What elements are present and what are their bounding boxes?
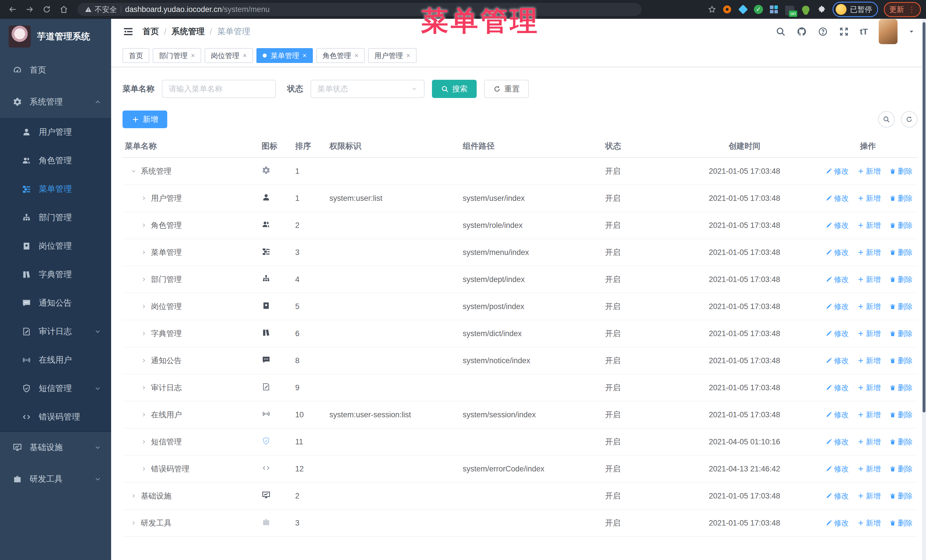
edit-link[interactable]: 修改 xyxy=(825,491,849,501)
add-child-link[interactable]: 新增 xyxy=(857,193,881,203)
expand-arrow-icon[interactable] xyxy=(141,303,147,309)
hamburger-icon[interactable] xyxy=(123,26,134,37)
edit-link[interactable]: 修改 xyxy=(825,464,849,474)
expand-arrow-icon[interactable] xyxy=(141,466,147,472)
edit-link[interactable]: 修改 xyxy=(825,248,849,258)
add-child-link[interactable]: 新增 xyxy=(857,464,881,474)
sidebar-item-4[interactable]: 菜单管理 xyxy=(0,175,111,203)
expand-arrow-icon[interactable] xyxy=(141,195,147,201)
help-icon[interactable] xyxy=(818,27,828,37)
expand-arrow-icon[interactable] xyxy=(141,222,147,228)
add-child-link[interactable]: 新增 xyxy=(857,166,881,176)
expand-arrow-icon[interactable] xyxy=(141,412,147,418)
delete-link[interactable]: 删除 xyxy=(889,166,912,176)
edit-link[interactable]: 修改 xyxy=(825,437,849,447)
delete-link[interactable]: 删除 xyxy=(889,275,912,285)
expand-arrow-icon[interactable] xyxy=(130,493,137,499)
ext-check-icon[interactable]: ✓ xyxy=(754,5,763,14)
expand-arrow-icon[interactable] xyxy=(141,249,147,255)
add-child-link[interactable]: 新增 xyxy=(857,248,881,258)
expand-arrow-icon[interactable] xyxy=(130,168,137,174)
delete-link[interactable]: 删除 xyxy=(889,410,912,420)
add-child-link[interactable]: 新增 xyxy=(857,383,881,393)
delete-link[interactable]: 删除 xyxy=(889,329,912,339)
ext-grid-icon[interactable] xyxy=(769,4,779,15)
expand-arrow-icon[interactable] xyxy=(141,331,147,337)
add-child-link[interactable]: 新增 xyxy=(857,410,881,420)
refresh-table-button[interactable] xyxy=(901,111,917,128)
chevron-down-icon[interactable] xyxy=(908,29,915,35)
expand-arrow-icon[interactable] xyxy=(130,520,137,526)
sidebar-item-0[interactable]: 首页 xyxy=(0,54,111,86)
sidebar-item-5[interactable]: 部门管理 xyxy=(0,203,111,232)
status-select[interactable]: 菜单状态 xyxy=(310,80,425,98)
delete-link[interactable]: 删除 xyxy=(889,491,912,501)
bookmark-star-icon[interactable] xyxy=(708,5,716,14)
expand-arrow-icon[interactable] xyxy=(141,385,147,391)
delete-link[interactable]: 删除 xyxy=(889,302,912,312)
reset-button[interactable]: 重置 xyxy=(484,80,529,98)
close-icon[interactable]: × xyxy=(243,51,247,60)
sidebar-item-11[interactable]: 短信管理 xyxy=(0,374,111,403)
github-icon[interactable] xyxy=(797,27,807,37)
scrollbar[interactable] xyxy=(922,19,926,560)
sidebar-item-10[interactable]: 在线用户 xyxy=(0,346,111,374)
edit-link[interactable]: 修改 xyxy=(825,329,849,339)
sidebar-item-8[interactable]: 通知公告 xyxy=(0,289,111,317)
expand-arrow-icon[interactable] xyxy=(141,276,147,282)
expand-arrow-icon[interactable] xyxy=(141,358,147,364)
edit-link[interactable]: 修改 xyxy=(825,166,849,176)
address-bar[interactable]: 不安全 dashboard.yudao.iocoder.cn/system/me… xyxy=(77,3,642,16)
reload-icon[interactable] xyxy=(39,2,54,17)
sidebar-item-7[interactable]: 字典管理 xyxy=(0,260,111,289)
user-avatar[interactable] xyxy=(879,19,897,44)
toggle-search-button[interactable] xyxy=(878,111,895,128)
expand-arrow-icon[interactable] xyxy=(141,439,147,445)
add-child-link[interactable]: 新增 xyxy=(857,302,881,312)
delete-link[interactable]: 删除 xyxy=(889,356,912,366)
sidebar-item-14[interactable]: 研发工具 xyxy=(0,463,111,495)
close-icon[interactable]: × xyxy=(354,51,359,60)
add-child-link[interactable]: 新增 xyxy=(857,275,881,285)
breadcrumb-home[interactable]: 首页 xyxy=(142,26,159,37)
ext-gem-icon[interactable] xyxy=(738,4,748,15)
edit-link[interactable]: 修改 xyxy=(825,356,849,366)
ext-orange-icon[interactable] xyxy=(722,4,732,15)
tag-tab-3[interactable]: 菜单管理 × xyxy=(256,48,313,63)
edit-link[interactable]: 修改 xyxy=(825,193,849,203)
sidebar-item-12[interactable]: 错误码管理 xyxy=(0,403,111,431)
add-child-link[interactable]: 新增 xyxy=(857,329,881,339)
add-child-link[interactable]: 新增 xyxy=(857,437,881,447)
sidebar-item-1[interactable]: 系统管理 xyxy=(0,86,111,118)
tag-tab-1[interactable]: 部门管理 × xyxy=(153,48,201,63)
delete-link[interactable]: 删除 xyxy=(889,464,912,474)
ext-server-icon[interactable]: on xyxy=(785,4,795,15)
delete-link[interactable]: 删除 xyxy=(889,193,912,203)
sidebar-item-9[interactable]: 审计日志 xyxy=(0,317,111,346)
sidebar-item-3[interactable]: 角色管理 xyxy=(0,146,111,175)
close-icon[interactable]: × xyxy=(191,51,195,60)
home-icon[interactable] xyxy=(56,2,71,17)
fullscreen-icon[interactable] xyxy=(839,27,849,37)
tag-tab-5[interactable]: 用户管理 × xyxy=(368,48,416,63)
forward-icon[interactable] xyxy=(22,2,37,17)
sidebar-item-6[interactable]: 岗位管理 xyxy=(0,232,111,260)
tag-tab-4[interactable]: 角色管理 × xyxy=(316,48,365,63)
edit-link[interactable]: 修改 xyxy=(825,302,849,312)
close-icon[interactable]: × xyxy=(406,51,410,60)
sidebar-item-2[interactable]: 用户管理 xyxy=(0,118,111,146)
sidebar-item-13[interactable]: 基础设施 xyxy=(0,431,111,463)
edit-link[interactable]: 修改 xyxy=(825,220,849,231)
edit-link[interactable]: 修改 xyxy=(825,383,849,393)
tag-tab-0[interactable]: 首页 xyxy=(123,48,149,63)
search-icon[interactable] xyxy=(776,27,786,37)
breadcrumb-system[interactable]: 系统管理 xyxy=(171,26,204,37)
edit-link[interactable]: 修改 xyxy=(825,275,849,285)
scrollbar-thumb[interactable] xyxy=(923,22,925,412)
ext-key-icon[interactable] xyxy=(800,4,811,15)
menu-name-input[interactable] xyxy=(162,80,276,98)
delete-link[interactable]: 删除 xyxy=(889,383,912,393)
add-child-link[interactable]: 新增 xyxy=(857,491,881,501)
delete-link[interactable]: 删除 xyxy=(889,437,912,447)
edit-link[interactable]: 修改 xyxy=(825,410,849,420)
